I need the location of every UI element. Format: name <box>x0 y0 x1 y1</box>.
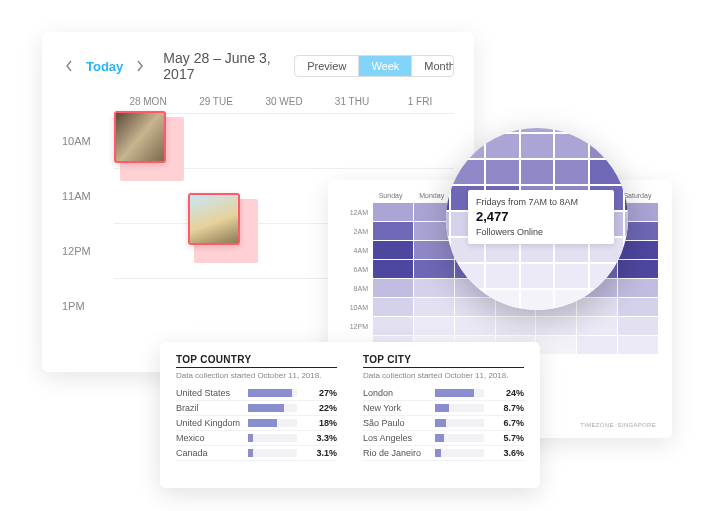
stat-row: Canada3.1% <box>176 446 337 461</box>
stat-name: Canada <box>176 448 242 458</box>
stat-name: Los Angeles <box>363 433 429 443</box>
stat-pct: 3.3% <box>303 433 337 443</box>
calendar-day-header: 28 MON 29 TUE 30 WED 31 THU 1 FRI <box>114 96 454 107</box>
stat-row: United States27% <box>176 386 337 401</box>
stat-name: United Kingdom <box>176 418 242 428</box>
heatmap-hour-label: 4AM <box>342 247 372 254</box>
stat-name: Mexico <box>176 433 242 443</box>
stats-card: TOP COUNTRY Data collection started Octo… <box>160 342 540 488</box>
heatmap-hour-label: 12AM <box>342 209 372 216</box>
heatmap-cell[interactable] <box>496 317 536 335</box>
heatmap-hour-label: 12PM <box>342 323 372 330</box>
heatmap-cell[interactable] <box>373 203 413 221</box>
heatmap-cell[interactable] <box>577 317 617 335</box>
post-thumbnail <box>188 193 240 245</box>
stat-pct: 22% <box>303 403 337 413</box>
post-thumbnail <box>114 111 166 163</box>
day-col: 28 MON <box>114 96 182 107</box>
heatmap-cell[interactable] <box>414 241 454 259</box>
hour-label: 1PM <box>62 300 114 312</box>
prev-week-button[interactable] <box>62 59 76 73</box>
stat-bar <box>435 434 484 442</box>
heatmap-hour-label: 10AM <box>342 304 372 311</box>
heatmap-cell[interactable] <box>373 222 413 240</box>
today-button[interactable]: Today <box>86 59 123 74</box>
stat-name: São Paulo <box>363 418 429 428</box>
heatmap-cell[interactable] <box>618 279 658 297</box>
tooltip-value: 2,477 <box>476 208 606 226</box>
day-col: 29 TUE <box>182 96 250 107</box>
stat-bar <box>248 419 297 427</box>
panel-subtitle: Data collection started October 11, 2018… <box>176 371 337 380</box>
stat-bar <box>435 419 484 427</box>
stat-row: São Paulo6.7% <box>363 416 524 431</box>
heatmap-cell[interactable] <box>618 336 658 354</box>
heatmap-cell[interactable] <box>414 279 454 297</box>
stat-row: Brazil22% <box>176 401 337 416</box>
stat-row: United Kingdom18% <box>176 416 337 431</box>
heatmap-hour-label: 8AM <box>342 285 372 292</box>
stat-pct: 27% <box>303 388 337 398</box>
heatmap-day: Sunday <box>370 192 411 199</box>
stat-pct: 8.7% <box>490 403 524 413</box>
heatmap-lens: Fridays from 7AM to 8AM 2,477 Followers … <box>446 128 628 310</box>
stat-bar <box>435 404 484 412</box>
stat-pct: 24% <box>490 388 524 398</box>
stat-bar <box>248 389 297 397</box>
day-col: 1 FRI <box>386 96 454 107</box>
heatmap-cell[interactable] <box>618 317 658 335</box>
heatmap-cell[interactable] <box>373 279 413 297</box>
view-switcher: Preview Week Month <box>294 55 454 77</box>
stat-name: New York <box>363 403 429 413</box>
heatmap-hour-label: 2AM <box>342 228 372 235</box>
top-city-panel: TOP CITY Data collection started October… <box>363 354 524 476</box>
heatmap-cell[interactable] <box>536 336 576 354</box>
heatmap-cell[interactable] <box>618 298 658 316</box>
stat-pct: 18% <box>303 418 337 428</box>
heatmap-cell[interactable] <box>373 298 413 316</box>
stat-pct: 3.6% <box>490 448 524 458</box>
stat-row: Mexico3.3% <box>176 431 337 446</box>
heatmap-cell[interactable] <box>536 317 576 335</box>
scheduled-post[interactable] <box>120 117 184 181</box>
tooltip-sub: Followers Online <box>476 226 606 238</box>
heatmap-cell[interactable] <box>618 260 658 278</box>
hour-label: 10AM <box>62 135 114 147</box>
date-range: May 28 – June 3, 2017 <box>163 50 294 82</box>
heatmap-cell[interactable] <box>414 298 454 316</box>
heatmap-cell[interactable] <box>455 317 495 335</box>
next-week-button[interactable] <box>133 59 147 73</box>
stat-pct: 6.7% <box>490 418 524 428</box>
heatmap-cell[interactable] <box>414 317 454 335</box>
stat-bar <box>248 404 297 412</box>
heatmap-hour-label: 6AM <box>342 266 372 273</box>
stat-row: Rio de Janeiro3.6% <box>363 446 524 461</box>
stat-row: Los Angeles5.7% <box>363 431 524 446</box>
view-week[interactable]: Week <box>359 56 412 76</box>
top-country-panel: TOP COUNTRY Data collection started Octo… <box>176 354 337 476</box>
stat-name: Brazil <box>176 403 242 413</box>
heatmap-cell[interactable] <box>373 241 413 259</box>
day-col: 31 THU <box>318 96 386 107</box>
hour-label: 11AM <box>62 190 114 202</box>
panel-title: TOP CITY <box>363 354 524 368</box>
heatmap-cell[interactable] <box>577 336 617 354</box>
view-month[interactable]: Month <box>412 56 454 76</box>
panel-subtitle: Data collection started October 11, 2018… <box>363 371 524 380</box>
heatmap-day: Monday <box>411 192 452 199</box>
heatmap-cell[interactable] <box>455 298 495 316</box>
stat-bar <box>248 449 297 457</box>
heatmap-cell[interactable] <box>373 260 413 278</box>
heatmap-cell[interactable] <box>414 260 454 278</box>
stat-row: New York8.7% <box>363 401 524 416</box>
view-preview[interactable]: Preview <box>295 56 359 76</box>
stat-pct: 5.7% <box>490 433 524 443</box>
heatmap-cell[interactable] <box>373 317 413 335</box>
stat-pct: 3.1% <box>303 448 337 458</box>
stat-name: Rio de Janeiro <box>363 448 429 458</box>
stat-name: London <box>363 388 429 398</box>
tooltip-title: Fridays from 7AM to 8AM <box>476 196 606 208</box>
stat-name: United States <box>176 388 242 398</box>
heatmap-cell[interactable] <box>577 298 617 316</box>
scheduled-post[interactable] <box>194 199 258 263</box>
